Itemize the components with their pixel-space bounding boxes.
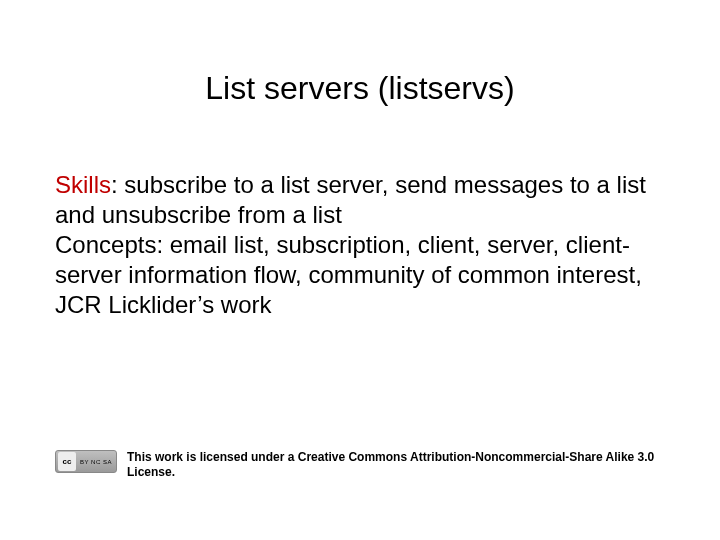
slide-body: Skills: subscribe to a list server, send… xyxy=(55,170,665,320)
cc-terms-icon: BY NC SA xyxy=(78,452,114,471)
cc-badge-icon: cc BY NC SA xyxy=(55,450,117,473)
slide: List servers (listservs) Skills: subscri… xyxy=(0,0,720,540)
license-text: This work is licensed under a Creative C… xyxy=(127,450,665,480)
concepts-label: Concepts xyxy=(55,231,156,258)
skills-label: Skills xyxy=(55,171,111,198)
footer: cc BY NC SA This work is licensed under … xyxy=(55,450,665,480)
skills-text: : subscribe to a list server, send messa… xyxy=(55,171,646,228)
cc-logo-icon: cc xyxy=(58,452,76,471)
slide-title: List servers (listservs) xyxy=(0,70,720,107)
